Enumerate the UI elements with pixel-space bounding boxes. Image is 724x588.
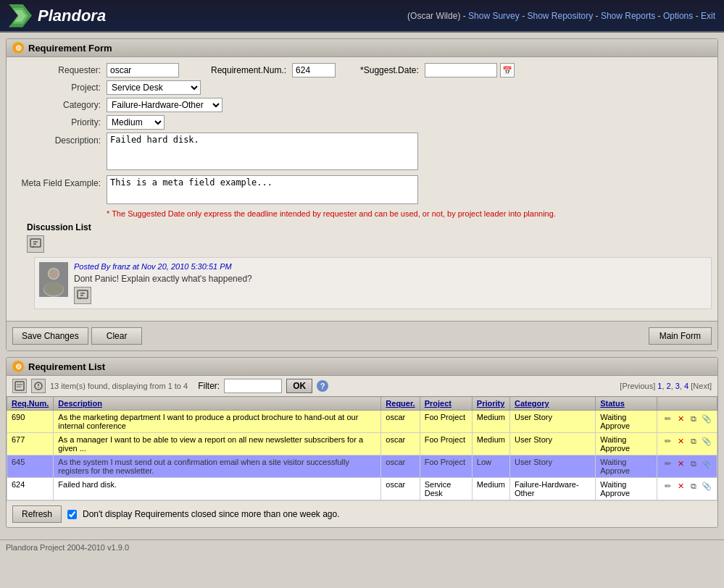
cell-requester-0: oscar	[381, 411, 420, 433]
table-row: 624 Failed hard disk. oscar Service Desk…	[7, 478, 717, 500]
delete-icon-0[interactable]: ✕	[675, 413, 686, 424]
list-footer: Refresh Don't display Requirements close…	[7, 500, 717, 527]
discussion-reply-icon[interactable]	[74, 287, 91, 304]
col-reqnum[interactable]: Req.Num.	[7, 397, 54, 411]
filter-ok-button[interactable]: OK	[286, 379, 312, 393]
suggest-date-label: *Suggest.Date:	[360, 65, 419, 75]
nav-separator: -	[463, 11, 468, 21]
attach-icon-1[interactable]: 📎	[701, 435, 712, 447]
cell-desc-0: As the marketing department I want to pr…	[54, 411, 381, 433]
copy-icon-2[interactable]: ⧉	[688, 458, 699, 469]
cell-priority-1: Medium	[472, 433, 509, 455]
description-label: Description:	[12, 133, 107, 172]
project-select[interactable]: Service Desk Foo Project	[107, 80, 201, 95]
header-nav: (Oscar Wilde) - Show Survey - Show Repos…	[407, 11, 715, 21]
attach-icon-0[interactable]: 📎	[701, 413, 712, 424]
category-select[interactable]: Failure-Hardware-Other User Story Bug	[107, 98, 222, 112]
action-icons-0: ✏ ✕ ⧉ 📎	[662, 413, 712, 424]
requester-input[interactable]	[107, 63, 179, 77]
requirement-table: Req.Num. Description Requer. Project Pri…	[7, 396, 717, 500]
exit-link[interactable]: Exit	[701, 11, 715, 21]
form-buttons: Save Changes Clear Main Form	[7, 321, 717, 350]
clear-button[interactable]: Clear	[91, 327, 143, 345]
col-description[interactable]: Description	[54, 397, 381, 411]
project-control: Service Desk Foo Project	[107, 80, 201, 95]
col-project[interactable]: Project	[420, 397, 472, 411]
reply-svg	[77, 290, 88, 301]
suggest-date-input[interactable]	[425, 63, 497, 77]
attach-icon-2[interactable]: 📎	[701, 458, 712, 469]
description-textarea[interactable]: Failed hard disk.	[107, 133, 418, 170]
edit-icon-0[interactable]: ✏	[662, 413, 673, 424]
options-link[interactable]: Options	[663, 11, 693, 21]
copy-icon-3[interactable]: ⧉	[688, 480, 699, 492]
discussion-text-0: Dont Panic! Explain exactly what's happe…	[74, 274, 707, 284]
filter-input[interactable]	[224, 379, 282, 393]
delete-icon-3[interactable]: ✕	[675, 480, 686, 492]
table-body: 690 As the marketing department I want t…	[7, 411, 717, 500]
col-category[interactable]: Category	[509, 397, 595, 411]
requester-row: Requester: Requirement.Num.: *Suggest.Da…	[12, 63, 712, 77]
svg-point-18	[38, 387, 39, 388]
page-footer: Plandora Project 2004-2010 v1.9.0	[0, 539, 724, 555]
show-survey-link[interactable]: Show Survey	[468, 11, 520, 21]
col-priority[interactable]: Priority	[472, 397, 509, 411]
list-icon-2[interactable]	[31, 379, 46, 393]
priority-select[interactable]: Low Medium High	[107, 115, 165, 130]
main-form-button[interactable]: Main Form	[649, 327, 712, 345]
show-reports-link[interactable]: Show Reports	[601, 11, 655, 21]
copy-icon-1[interactable]: ⧉	[688, 435, 699, 447]
hide-closed-checkbox[interactable]	[67, 510, 77, 519]
form-buttons-right: Main Form	[649, 327, 712, 345]
meta-field-label: Meta Field Example:	[12, 175, 107, 206]
cell-desc-1: As a manager I want to be able to view a…	[54, 433, 381, 455]
user-info: (Oscar Wilde)	[407, 11, 460, 21]
calendar-icon[interactable]: 📅	[500, 63, 515, 77]
help-icon[interactable]: ?	[317, 380, 328, 392]
cell-category-2: User Story	[509, 455, 595, 478]
page-4-link[interactable]: 4	[684, 382, 688, 390]
meta-field-control: This is a meta field example...	[107, 175, 418, 206]
logo-text: Plandora	[38, 7, 106, 25]
save-changes-button[interactable]: Save Changes	[12, 327, 88, 345]
priority-row: Priority: Low Medium High	[12, 115, 712, 130]
show-repository-link[interactable]: Show Repository	[527, 11, 593, 21]
svg-point-8	[49, 269, 59, 279]
cell-desc-3: Failed hard disk.	[54, 478, 381, 500]
delete-icon-2[interactable]: ✕	[675, 458, 686, 469]
discussion-add-icon[interactable]	[27, 235, 44, 253]
form-title: Requirement Form	[28, 43, 112, 54]
attach-icon-3[interactable]: 📎	[701, 480, 712, 492]
cell-category-0: User Story	[509, 411, 595, 433]
edit-icon-3[interactable]: ✏	[662, 480, 673, 492]
requester-control: Requirement.Num.: *Suggest.Date: 📅	[107, 63, 515, 77]
reqnum-input[interactable]	[292, 63, 336, 77]
page-2-link[interactable]: 2	[667, 382, 671, 390]
discussion-item-0: Posted By franz at Nov 20, 2010 5:30:51 …	[34, 257, 712, 309]
copy-icon-0[interactable]: ⧉	[688, 413, 699, 424]
cell-priority-0: Medium	[472, 411, 509, 433]
refresh-button[interactable]: Refresh	[12, 505, 62, 523]
logo-icon	[9, 4, 32, 28]
category-row: Category: Failure-Hardware-Other User St…	[12, 98, 712, 112]
header: Plandora (Oscar Wilde) - Show Survey - S…	[0, 0, 724, 33]
edit-icon-2[interactable]: ✏	[662, 458, 673, 469]
col-requester[interactable]: Requer.	[381, 397, 420, 411]
discussion-title: Discussion List	[27, 222, 712, 232]
list-icon-1[interactable]	[12, 379, 27, 393]
list-svg-1	[14, 381, 25, 391]
category-label: Category:	[12, 100, 107, 110]
meta-field-row: Meta Field Example: This is a meta field…	[12, 175, 712, 206]
delete-icon-1[interactable]: ✕	[675, 435, 686, 447]
cell-status-1: Waiting Approve	[596, 433, 657, 455]
meta-field-textarea[interactable]: This is a meta field example...	[107, 175, 418, 204]
page-1-link[interactable]: 1	[657, 382, 662, 390]
svg-rect-2	[30, 239, 41, 247]
svg-rect-13	[15, 382, 24, 390]
description-control: Failed hard disk.	[107, 133, 418, 172]
avatar-svg	[39, 262, 68, 297]
page-3-link[interactable]: 3	[675, 382, 680, 390]
cell-reqnum-0: 690	[7, 411, 54, 433]
edit-icon-1[interactable]: ✏	[662, 435, 673, 447]
col-status[interactable]: Status	[596, 397, 657, 411]
